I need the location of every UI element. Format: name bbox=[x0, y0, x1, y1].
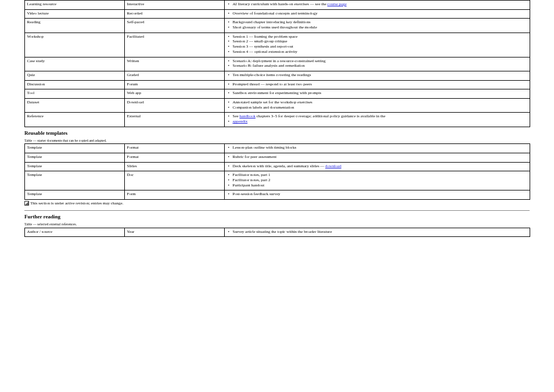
col-3-cell: Background chapter introducing key defin… bbox=[224, 19, 530, 33]
table-row: TemplateFormatLesson-plan outline with t… bbox=[24, 144, 530, 153]
col-2-cell: Form bbox=[124, 190, 224, 200]
section-2-postnote: This section is under active revision; e… bbox=[24, 201, 530, 206]
bullet-item: Facilitator notes, part 2 bbox=[227, 178, 527, 183]
section-2-caption: Table — starter documents that can be co… bbox=[24, 139, 530, 143]
col-2-cell: External bbox=[124, 113, 224, 127]
bullet-text: Scenario B: failure analysis and remedia… bbox=[233, 63, 305, 68]
col-3-cell: Session 1 — framing the problem spaceSes… bbox=[224, 33, 530, 57]
bullet-item: Scenario A: deployment in a resource-con… bbox=[227, 59, 527, 64]
col-3-cell: Annotated sample set for the workshop ex… bbox=[224, 98, 530, 112]
inline-link[interactable]: course page bbox=[328, 2, 347, 6]
col-3-cell: Post-session feedback survey bbox=[224, 190, 530, 200]
bullet-item: Lesson-plan outline with timing blocks bbox=[227, 146, 527, 150]
col-3-cell: Rubric for peer assessment bbox=[224, 153, 530, 162]
bullet-text: See bbox=[233, 114, 240, 118]
col-2-cell: Slides bbox=[124, 162, 224, 171]
divider bbox=[24, 210, 530, 211]
col-1-cell: Author / source bbox=[24, 228, 124, 237]
col-1-cell: Template bbox=[24, 144, 124, 153]
col-1-cell: Template bbox=[24, 171, 124, 190]
col-1-cell: Discussion bbox=[24, 80, 124, 89]
table-row: ReferenceExternalSee handbook chapters 3… bbox=[24, 113, 530, 127]
bullet-text: Ten multiple-choice items covering the r… bbox=[233, 73, 311, 77]
bullet-text: Deck skeleton with title, agenda, and su… bbox=[233, 164, 326, 168]
col-3-cell: Prompted thread — respond to at least tw… bbox=[224, 80, 530, 89]
col-3-cell: Sandbox environment for experimenting wi… bbox=[224, 89, 530, 99]
col-2-cell: Doc bbox=[124, 171, 224, 190]
bullet-item: Scenario B: failure analysis and remedia… bbox=[227, 64, 527, 69]
bullet-text: Lesson-plan outline with timing blocks bbox=[233, 145, 297, 150]
col-1-cell: Tool bbox=[24, 89, 124, 99]
inline-link[interactable]: download bbox=[325, 164, 341, 168]
table-row: Case studyWrittenScenario A: deployment … bbox=[24, 57, 530, 71]
col-2-cell: Facilitated bbox=[124, 33, 224, 57]
bullet-text: Overview of foundational concepts and te… bbox=[233, 11, 318, 16]
table-row: Video lectureRecordedOverview of foundat… bbox=[24, 9, 530, 19]
bullet-text: Session 2 — small-group critique bbox=[233, 39, 287, 44]
bullet-text: Post-session feedback survey bbox=[233, 192, 280, 196]
table-row: WorkshopFacilitatedSession 1 — framing t… bbox=[24, 33, 530, 57]
bullet-item: See handbook chapters 3–5 for deeper cov… bbox=[227, 114, 527, 119]
bullet-item: Session 4 — optional extension activity bbox=[227, 50, 527, 55]
table-row: TemplateDocFacilitator notes, part 1Faci… bbox=[24, 171, 530, 190]
bullet-text: Scenario A: deployment in a resource-con… bbox=[233, 59, 326, 63]
col-3-cell: Ten multiple-choice items covering the r… bbox=[224, 71, 530, 80]
col-2-cell: Self-paced bbox=[124, 19, 224, 33]
bullet-text: Annotated sample set for the workshop ex… bbox=[233, 100, 312, 105]
col-2-cell: Download bbox=[124, 98, 224, 112]
bullet-text: Short glossary of terms used throughout … bbox=[233, 25, 317, 30]
bullet-text: Survey article situating the topic withi… bbox=[233, 229, 332, 234]
col-2-cell: Graded bbox=[124, 71, 224, 80]
col-1-cell: Dataset bbox=[24, 98, 124, 112]
section-3-caption: Table — selected external references. bbox=[24, 222, 530, 226]
table-row: Author / sourceYearSurvey article situat… bbox=[24, 228, 530, 237]
col-2-cell: Forum bbox=[124, 80, 224, 89]
section-3-title: Further reading bbox=[24, 214, 530, 220]
bullet-text: Rubric for peer assessment bbox=[233, 154, 277, 159]
col-3-cell: Facilitator notes, part 1Facilitator not… bbox=[224, 171, 530, 190]
bullet-item: Session 2 — small-group critique bbox=[227, 39, 527, 44]
col-1-cell: Video lecture bbox=[24, 9, 124, 19]
bullet-item: Session 3 — synthesis and report-out bbox=[227, 45, 527, 49]
bullet-text: Prompted thread — respond to at least tw… bbox=[233, 82, 312, 87]
table-row: Learning resourceInteractiveAI literacy … bbox=[24, 1, 530, 10]
col-1-cell: Template bbox=[24, 190, 124, 200]
bullet-text: Participant handout bbox=[233, 183, 265, 188]
col-2-cell: Web app bbox=[124, 89, 224, 99]
table-row: DiscussionForumPrompted thread — respond… bbox=[24, 80, 530, 89]
bullet-text: Session 3 — synthesis and report-out bbox=[233, 44, 293, 49]
col-1-cell: Reading bbox=[24, 19, 124, 33]
inline-link[interactable]: appendix bbox=[233, 119, 248, 124]
bullet-text: Session 1 — framing the problem space bbox=[233, 34, 298, 39]
col-3-cell: Deck skeleton with title, agenda, and su… bbox=[224, 162, 530, 171]
section-2-title: Reusable templates bbox=[24, 131, 530, 136]
bullet-item: Companion labels and documentation bbox=[227, 106, 527, 110]
col-3-cell: Scenario A: deployment in a resource-con… bbox=[224, 57, 530, 71]
table-section-1: Learning resourceInteractiveAI literacy … bbox=[24, 0, 530, 127]
col-1-cell: Quiz bbox=[24, 71, 124, 80]
col-1-cell: Template bbox=[24, 153, 124, 162]
col-1-cell: Reference bbox=[24, 113, 124, 127]
bullet-item: Participant handout bbox=[227, 184, 527, 188]
col-3-cell: Overview of foundational concepts and te… bbox=[224, 9, 530, 19]
inline-link[interactable]: handbook bbox=[239, 114, 256, 118]
bullet-text: Background chapter introducing key defin… bbox=[233, 20, 311, 24]
col-2-cell: Recorded bbox=[124, 9, 224, 19]
table-row: DatasetDownloadAnnotated sample set for … bbox=[24, 98, 530, 112]
bullet-item: Rubric for peer assessment bbox=[227, 155, 527, 160]
bullet-item: Sandbox environment for experimenting wi… bbox=[227, 91, 527, 96]
table-row: TemplateFormatRubric for peer assessment bbox=[24, 153, 530, 162]
bullet-text: Facilitator notes, part 2 bbox=[233, 178, 271, 182]
col-1-cell: Case study bbox=[24, 57, 124, 71]
table-section-2: TemplateFormatLesson-plan outline with t… bbox=[24, 143, 530, 200]
bullet-item: Survey article situating the topic withi… bbox=[227, 230, 527, 235]
col-2-cell: Format bbox=[124, 153, 224, 162]
bullet-text: chapters 3–5 for deeper coverage; additi… bbox=[256, 114, 386, 118]
col-1-cell: Workshop bbox=[24, 33, 124, 57]
bullet-item: Prompted thread — respond to at least tw… bbox=[227, 82, 527, 87]
col-3-cell: Survey article situating the topic withi… bbox=[224, 228, 530, 237]
bullet-text: Companion labels and documentation bbox=[233, 105, 294, 110]
bullet-item: Facilitator notes, part 1 bbox=[227, 173, 527, 178]
bullet-item: Annotated sample set for the workshop ex… bbox=[227, 100, 527, 105]
bullet-item: Session 1 — framing the problem space bbox=[227, 35, 527, 39]
